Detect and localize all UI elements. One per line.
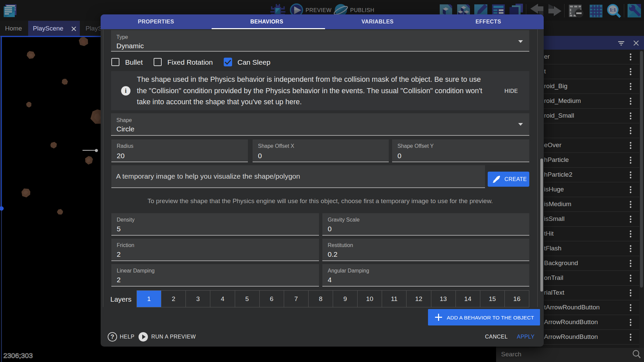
svg-text:1:1: 1:1 <box>610 7 616 12</box>
